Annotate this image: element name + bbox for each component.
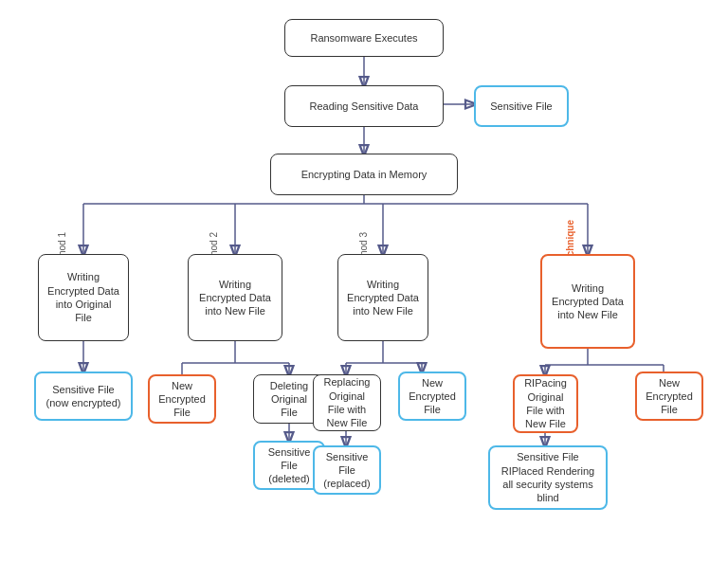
node-m2-writing: Writing Encrypted Data into New File bbox=[188, 254, 282, 341]
node-reading-sensitive-data: Reading Sensitive Data bbox=[284, 85, 444, 127]
node-m3-writing: Writing Encrypted Data into New File bbox=[337, 254, 428, 341]
node-m2-new-encrypted: New Encrypted File bbox=[148, 374, 216, 424]
node-m3-result: Sensitive File (replaced) bbox=[313, 445, 381, 495]
node-m1-writing: Writing Encrypted Data into Original Fil… bbox=[38, 254, 129, 341]
diagram: Ransomware Executes Reading Sensitive Da… bbox=[0, 0, 728, 580]
node-rip-new-encrypted2: New Encrypted File bbox=[635, 372, 703, 421]
node-rip-ripacing: RIPacing Original File with New File bbox=[513, 374, 578, 433]
node-m3-new-encrypted: New Encrypted File bbox=[398, 372, 466, 421]
node-ransomware-executes: Ransomware Executes bbox=[284, 19, 444, 57]
node-rip-writing: Writing Encrypted Data into New File bbox=[540, 254, 635, 349]
node-m1-result: Sensitive File (now encrypted) bbox=[34, 372, 133, 421]
node-sensitive-file: Sensitive File bbox=[474, 85, 569, 127]
node-m3-replacing: Replacing Original File with New File bbox=[313, 374, 381, 431]
node-encrypting-data: Encrypting Data in Memory bbox=[270, 154, 458, 195]
node-rip-result: Sensitive File RIPlaced Rendering all se… bbox=[488, 445, 608, 510]
